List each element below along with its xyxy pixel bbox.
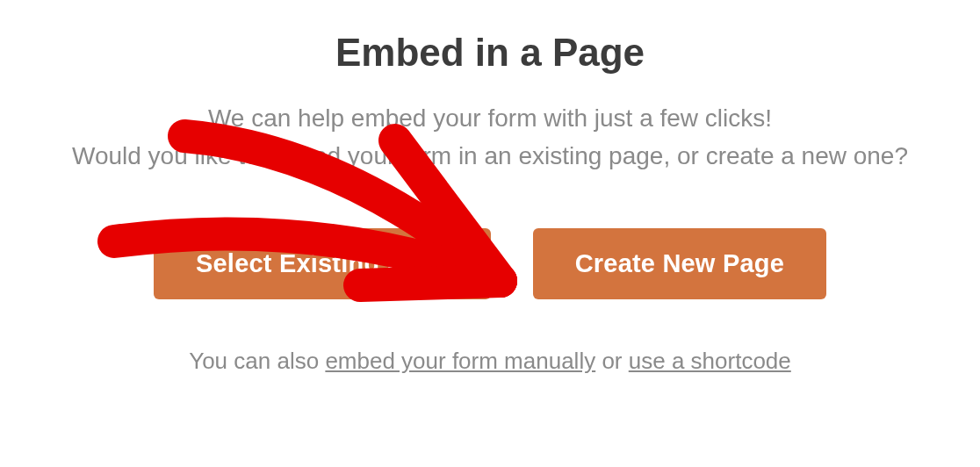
use-shortcode-link[interactable]: use a shortcode xyxy=(629,348,791,374)
button-row: Select Existing Page Create New Page xyxy=(154,228,826,299)
create-new-page-button[interactable]: Create New Page xyxy=(533,228,826,299)
select-existing-page-button[interactable]: Select Existing Page xyxy=(154,228,491,299)
footer-prefix: You can also xyxy=(189,348,325,374)
modal-title: Embed in a Page xyxy=(335,31,645,75)
embed-manually-link[interactable]: embed your form manually xyxy=(325,348,595,374)
subtitle-line-1: We can help embed your form with just a … xyxy=(208,104,772,132)
modal-subtitle: We can help embed your form with just a … xyxy=(72,99,908,176)
footer-mid: or xyxy=(595,348,629,374)
subtitle-line-2: Would you like to embed your form in an … xyxy=(72,142,908,169)
footer-text: You can also embed your form manually or… xyxy=(189,348,791,375)
